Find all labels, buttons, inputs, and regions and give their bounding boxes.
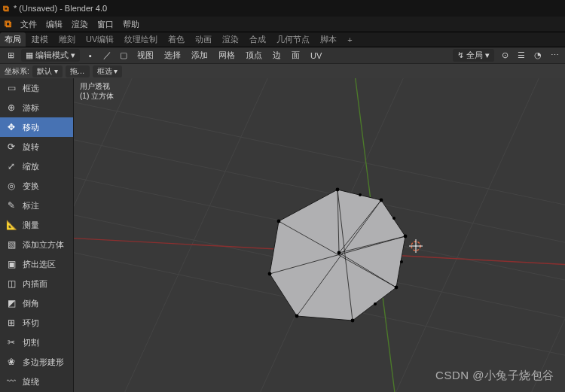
tool-measure[interactable]: 📐测量: [0, 215, 73, 235]
tool-label: 旋绕: [23, 376, 39, 387]
select-mode-label: 框选: [97, 67, 112, 75]
workspace-tab-4[interactable]: 纹理绘制: [120, 32, 162, 47]
tool-column: ▭框选⊕游标✥移动⟳旋转⤢缩放◎变换✎标注📐测量▧添加立方体▣挤出选区◫内插面◩…: [0, 78, 74, 392]
svg-line-9: [503, 78, 565, 392]
3d-cursor-icon: [409, 239, 423, 253]
menu-window[interactable]: 窗口: [93, 19, 118, 30]
workspace-tab-2[interactable]: 雕刻: [54, 32, 80, 47]
mode-dropdown[interactable]: ▦ 编辑模式 ▾: [21, 49, 80, 62]
svg-point-23: [351, 319, 355, 323]
poly-build-icon: ❀: [5, 355, 18, 369]
menu-help[interactable]: 帮助: [118, 19, 144, 30]
vertex-select-icon[interactable]: ▪: [84, 50, 96, 62]
face-select-icon[interactable]: ▢: [118, 50, 130, 62]
editor-type-icon[interactable]: ⊞: [5, 50, 17, 62]
svg-point-28: [359, 193, 362, 196]
tool-spin[interactable]: 〰旋绕: [0, 372, 73, 391]
menu-uv[interactable]: UV: [307, 51, 325, 60]
svg-point-25: [268, 272, 272, 276]
tool-add-cube[interactable]: ▧添加立方体: [0, 235, 73, 254]
orientation-preset-dropdown[interactable]: 默认 ▾: [32, 65, 63, 77]
spin-icon: 〰: [5, 375, 18, 388]
menu-render[interactable]: 渲染: [67, 19, 93, 30]
workspace-tab-1[interactable]: 建模: [27, 32, 53, 47]
workspace-tab-6[interactable]: 动画: [191, 32, 216, 47]
svg-line-6: [96, 78, 285, 392]
snap-icon[interactable]: ☰: [515, 50, 527, 62]
menu-face[interactable]: 面: [289, 50, 303, 61]
measure-icon: 📐: [5, 218, 18, 232]
viewport-3d[interactable]: [74, 78, 565, 392]
svg-point-19: [336, 188, 340, 192]
tool-label: 挤出选区: [23, 259, 56, 270]
main-menubar: ⧉ 文件 编辑 渲染 窗口 帮助: [0, 17, 565, 32]
chevron-down-icon: ▾: [114, 67, 118, 75]
mode-label: 编辑模式: [35, 50, 69, 61]
svg-point-27: [337, 251, 341, 255]
tool-annotate[interactable]: ✎标注: [0, 196, 73, 215]
menu-view[interactable]: 视图: [134, 50, 157, 61]
workspace-add-button[interactable]: +: [343, 34, 356, 46]
workspace-tab-3[interactable]: UV编辑: [81, 32, 118, 47]
menu-add[interactable]: 添加: [188, 50, 211, 61]
overlay-perspective: 用户透视: [80, 81, 114, 91]
orientation-label: 全局: [466, 50, 483, 61]
workspace-tab-10[interactable]: 脚本: [316, 32, 341, 47]
pivot-icon[interactable]: ⊙: [499, 50, 511, 62]
options-icon[interactable]: ⋯: [548, 50, 560, 62]
tool-knife[interactable]: ✂切割: [0, 333, 73, 352]
menu-edge[interactable]: 边: [270, 50, 284, 61]
proportional-edit-icon[interactable]: ◔: [532, 50, 544, 62]
orientation-icon: ↯: [457, 50, 464, 60]
tool-label: 旋转: [23, 141, 39, 153]
move-icon: ✥: [5, 120, 18, 134]
svg-point-31: [374, 302, 377, 305]
tool-label: 切割: [23, 337, 39, 348]
tool-inset[interactable]: ◫内插面: [0, 274, 73, 293]
tool-extrude[interactable]: ▣挤出选区: [0, 254, 73, 274]
tool-label: 环切: [23, 318, 39, 329]
tool-move[interactable]: ✥移动: [0, 117, 73, 137]
tool-label: 多边形建形: [23, 357, 64, 368]
tool-label: 添加立方体: [23, 239, 64, 251]
tool-scale[interactable]: ⤢缩放: [0, 156, 73, 176]
tool-loop-cut[interactable]: ⊞环切: [0, 313, 73, 333]
select-mode-dropdown[interactable]: 框选 ▾: [93, 65, 123, 77]
menu-edit[interactable]: 编辑: [41, 19, 67, 30]
workspace-tab-8[interactable]: 合成: [245, 32, 270, 47]
tool-cursor[interactable]: ⊕游标: [0, 98, 73, 117]
menu-vertex[interactable]: 顶点: [243, 50, 265, 61]
chevron-down-icon: ▾: [485, 50, 490, 60]
tool-rotate[interactable]: ⟳旋转: [0, 137, 73, 156]
tool-label: 倒角: [23, 298, 39, 309]
svg-point-20: [380, 199, 383, 202]
tool-label: 框选: [23, 83, 39, 94]
workspace-tab-0[interactable]: 布局: [0, 32, 26, 47]
add-cube-icon: ▧: [5, 238, 18, 251]
drag-dropdown[interactable]: 拖…: [66, 65, 90, 77]
svg-point-26: [277, 220, 281, 223]
workspace-tab-5[interactable]: 着色: [163, 32, 189, 47]
blender-logo-icon: ⧉: [3, 4, 9, 14]
workspace-tab-7[interactable]: 渲染: [218, 32, 243, 47]
workspace-tab-9[interactable]: 几何节点: [272, 32, 314, 47]
svg-point-21: [404, 235, 408, 239]
rotate-icon: ⟳: [5, 140, 18, 153]
extrude-icon: ▣: [5, 257, 18, 271]
edge-select-icon[interactable]: ／: [101, 50, 113, 62]
menu-file[interactable]: 文件: [16, 19, 41, 30]
transform-icon: ◎: [5, 179, 18, 193]
tool-poly-build[interactable]: ❀多边形建形: [0, 352, 73, 372]
box-select-icon: ▭: [5, 81, 18, 95]
menu-mesh[interactable]: 网格: [215, 50, 238, 61]
orientation-bar: 坐标系: 默认 ▾ 拖… 框选 ▾: [0, 63, 565, 78]
tool-box-select[interactable]: ▭框选: [0, 78, 73, 98]
scale-icon: ⤢: [5, 160, 18, 173]
chevron-down-icon: ▾: [54, 67, 58, 75]
tool-transform[interactable]: ◎变换: [0, 176, 73, 196]
transform-orientation-dropdown[interactable]: ↯ 全局 ▾: [453, 49, 494, 62]
tool-bevel[interactable]: ◩倒角: [0, 293, 73, 313]
overlay-object: (1) 立方体: [80, 91, 114, 101]
workspace-tabs: 布局建模雕刻UV编辑纹理绘制着色动画渲染合成几何节点脚本+: [0, 32, 565, 47]
menu-select[interactable]: 选择: [161, 50, 184, 61]
